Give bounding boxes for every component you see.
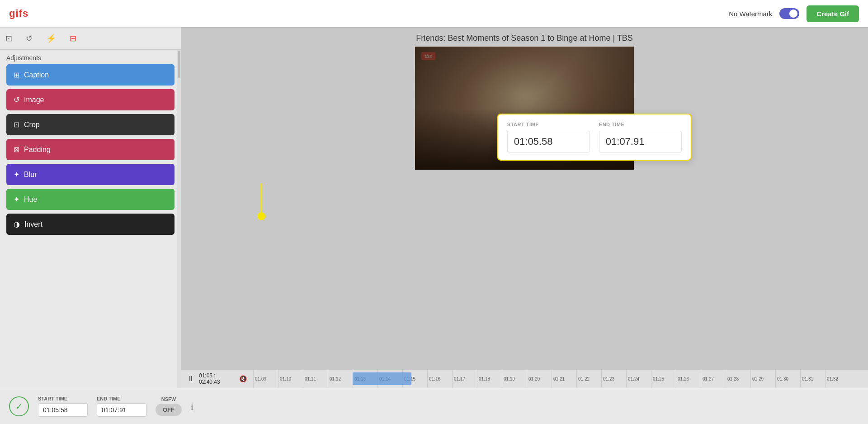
hue-icon: ✦ (14, 195, 19, 204)
watermark-label: No Watermark (729, 10, 772, 18)
end-time-label: END TIME (97, 396, 146, 401)
timeline-tick: 01:31 (800, 370, 825, 388)
time-popup: START TIME 01:05.58 END TIME 01:07.91 (497, 114, 692, 161)
timeline-tick: 01:17 (452, 370, 477, 388)
timeline-tick: 01:09 (253, 370, 278, 388)
timeline-tick: 01:29 (750, 370, 775, 388)
sidebar-scroll-thumb (178, 51, 180, 78)
nsfw-toggle-group: NSFW OFF (156, 396, 182, 416)
time-display: 01:05 : 02:40:43 (199, 372, 232, 385)
adjustments-label: Adjustments (0, 50, 181, 64)
timeline-tick: 01:16 (427, 370, 452, 388)
crop-label: Crop (24, 121, 40, 129)
adjustments-list: ⊞ Caption ↺ Image ⊡ Crop ⊠ Padding ✦ Blu… (0, 64, 181, 235)
blur-icon: ✦ (14, 170, 19, 179)
timeline-tick: 01:27 (701, 370, 726, 388)
popup-end-col: END TIME 01:07.91 (599, 122, 682, 152)
timeline-tick: 01:30 (775, 370, 800, 388)
mute-button[interactable]: 🔇 (239, 375, 247, 382)
crop-button[interactable]: ⊡ Crop (6, 114, 175, 135)
invert-icon: ◑ (14, 220, 20, 229)
timeline-tick: 01:23 (601, 370, 626, 388)
popup-start-col: START TIME 01:05.58 (507, 122, 590, 152)
timeline-tick: 01:11 (303, 370, 328, 388)
timeline[interactable]: 01:0901:1001:1101:1201:1301:1401:1501:16… (253, 370, 868, 388)
timeline-tick: 01:26 (676, 370, 701, 388)
padding-icon: ⊠ (14, 145, 19, 154)
refresh-icon[interactable]: ↺ (26, 33, 33, 43)
timeline-tick: 01:10 (278, 370, 303, 388)
popup-row: START TIME 01:05.58 END TIME 01:07.91 (507, 122, 682, 152)
image-button[interactable]: ↺ Image (6, 89, 175, 110)
caption-icon: ⊞ (14, 71, 19, 79)
app-logo: gifs (9, 8, 28, 19)
nsfw-button[interactable]: OFF (156, 404, 182, 416)
sidebar: ⊡ ↺ ⚡ ⊟ Adjustments ⊞ Caption ↺ Image ⊡ … (0, 27, 181, 424)
confirm-button[interactable]: ✓ (9, 396, 29, 416)
invert-button[interactable]: ◑ Invert (6, 214, 175, 235)
hue-label: Hue (24, 195, 37, 204)
crop-btn-icon: ⊡ (14, 120, 19, 129)
nsfw-label: NSFW (161, 396, 176, 402)
timeline-tick: 01:20 (527, 370, 552, 388)
timeline-tick: 01:19 (502, 370, 527, 388)
blur-label: Blur (24, 171, 37, 179)
timeline-tick: 01:24 (626, 370, 651, 388)
blur-button[interactable]: ✦ Blur (6, 164, 175, 185)
popup-start-label: START TIME (507, 122, 590, 127)
caption-button[interactable]: ⊞ Caption (6, 64, 175, 86)
pause-button[interactable]: ⏸ (187, 375, 194, 383)
info-icon[interactable]: ℹ (191, 403, 193, 412)
start-time-label: START TIME (38, 396, 88, 401)
page-title: Friends: Best Moments of Season 1 to Bin… (181, 27, 868, 47)
video-container: tbs START TIME 01:05.58 END TIME 01:07.9… (181, 47, 868, 170)
end-time-input[interactable] (97, 403, 146, 417)
playback-controls: ⏸ 01:05 : 02:40:43 🔇 (181, 370, 253, 388)
timeline-tick: 01:28 (726, 370, 750, 388)
timeline-tick: 01:12 (328, 370, 353, 388)
popup-start-value: 01:05.58 (507, 131, 590, 152)
sidebar-scrollbar[interactable] (177, 50, 181, 424)
image-label: Image (24, 96, 44, 104)
timeline-tick: 01:22 (576, 370, 601, 388)
padding-label: Padding (24, 146, 51, 154)
bolt-icon[interactable]: ⚡ (46, 33, 56, 43)
timeline-tick: 01:25 (651, 370, 676, 388)
hue-button[interactable]: ✦ Hue (6, 189, 175, 210)
caption-label: Caption (24, 71, 49, 79)
start-time-field: START TIME (38, 396, 88, 417)
main-content: Friends: Best Moments of Season 1 to Bin… (181, 27, 868, 424)
watermark-toggle[interactable] (779, 8, 799, 19)
timeline-tick: 01:18 (477, 370, 502, 388)
timeline-tick: 01:32 (825, 370, 850, 388)
image-icon: ↺ (14, 95, 19, 104)
toolbar: ⊡ ↺ ⚡ ⊟ (0, 27, 181, 50)
header-right: No Watermark Create Gif (729, 5, 859, 22)
popup-end-label: END TIME (599, 122, 682, 127)
header: gifs No Watermark Create Gif (0, 0, 868, 27)
timeline-tick: 01:21 (552, 370, 576, 388)
end-time-field: END TIME (97, 396, 146, 417)
start-time-input[interactable] (38, 403, 88, 417)
invert-label: Invert (24, 220, 42, 229)
popup-end-value: 01:07.91 (599, 131, 682, 152)
bottom-bar: ✓ START TIME END TIME NSFW OFF ℹ (0, 388, 868, 424)
sliders-icon[interactable]: ⊟ (70, 33, 76, 43)
crop-icon[interactable]: ⊡ (5, 33, 12, 43)
create-gif-button[interactable]: Create Gif (807, 5, 859, 22)
padding-button[interactable]: ⊠ Padding (6, 139, 175, 160)
timeline-selected-region (353, 372, 411, 385)
